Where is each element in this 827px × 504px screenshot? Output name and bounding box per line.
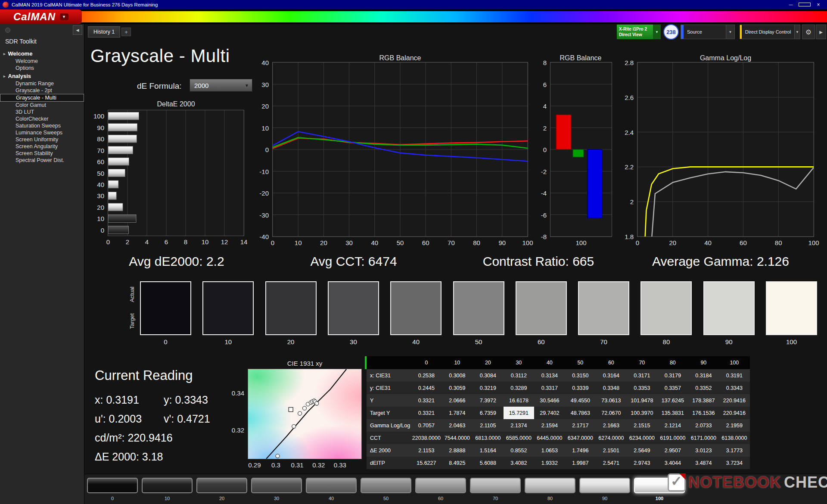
tab-history[interactable]: History 1 bbox=[88, 26, 120, 37]
row-label: CCT bbox=[367, 432, 411, 444]
sidebar-item-screen-stability[interactable]: Screen Stability bbox=[0, 150, 84, 157]
sidebar-item-3d-lut[interactable]: 3D LUT bbox=[0, 109, 84, 115]
table-cell: 0.3179 bbox=[657, 369, 688, 382]
pattern-button-label: 10 bbox=[142, 496, 193, 501]
grayscale-compare-band: Actual Target 0102030405060708090100 bbox=[0, 278, 827, 349]
pattern-button-0[interactable] bbox=[87, 478, 138, 493]
calman-logo[interactable]: CalMAN ▼ bbox=[0, 9, 82, 24]
tick-label: 60 bbox=[417, 239, 434, 246]
sidebar-item-luminance-sweeps[interactable]: Luminance Sweeps bbox=[0, 129, 84, 136]
reading-de2000: ΔE 2000: 3.18 bbox=[95, 451, 163, 463]
sidebar-item-welcome[interactable]: Welcome bbox=[0, 58, 84, 65]
table-cell: 220.9416 bbox=[719, 394, 750, 407]
table-cell: 1.9332 bbox=[534, 457, 565, 469]
sidebar-title: SDR Toolkit bbox=[0, 36, 84, 49]
tick-label: 0.32 bbox=[310, 461, 327, 469]
table-cell: 3.0123 bbox=[688, 444, 719, 457]
table-cell: 49.4550 bbox=[565, 394, 596, 407]
grayscale-swatch bbox=[453, 281, 504, 335]
pattern-button-60[interactable] bbox=[415, 478, 466, 493]
meter-dropdown[interactable]: X-Rite i1Pro 2 Direct View ▼ bbox=[617, 25, 661, 39]
pattern-button-80[interactable] bbox=[525, 478, 575, 493]
pattern-button-10[interactable] bbox=[142, 478, 193, 493]
swatch-target bbox=[579, 308, 628, 335]
table-cell: 0.2445 bbox=[411, 382, 442, 394]
grayscale-swatch bbox=[703, 281, 755, 335]
rgbbar-xlabels: 100 bbox=[550, 239, 612, 248]
table-cell: 6274.0000 bbox=[596, 432, 627, 444]
sidebar-item-options[interactable]: Options bbox=[0, 65, 84, 72]
table-cell: 2.1663 bbox=[596, 419, 627, 432]
tick-label: 20 bbox=[664, 239, 681, 246]
grayscale-swatch bbox=[640, 281, 692, 335]
workflow-dot-icon[interactable] bbox=[5, 28, 10, 33]
swatch-actual bbox=[454, 282, 504, 308]
table-cell: 101.9478 bbox=[627, 394, 658, 407]
column-header: 40 bbox=[534, 356, 565, 369]
tick-label: 0 bbox=[99, 238, 117, 246]
sidebar: ◀ SDR Toolkit ▸WelcomeWelcomeOptions▸Ana… bbox=[0, 24, 84, 504]
minimize-button[interactable]: ─ bbox=[785, 2, 797, 8]
pattern-button-50[interactable] bbox=[361, 478, 411, 493]
table-cell: 6.7359 bbox=[473, 407, 504, 419]
sidebar-collapse-button[interactable]: ◀ bbox=[73, 25, 82, 35]
sidebar-item-grayscale-2pt[interactable]: Grayscale - 2pt bbox=[0, 87, 84, 94]
tick-label: 40 bbox=[366, 239, 383, 246]
display-control-dropdown[interactable]: Direct Display Control ▼ bbox=[740, 25, 800, 39]
reading-luminance: cd/m²: 220.9416 bbox=[95, 432, 173, 444]
swatch-actual bbox=[391, 282, 441, 308]
sidebar-section: ▸Analysis bbox=[0, 72, 84, 80]
sidebar-section: ▸Welcome bbox=[0, 49, 84, 58]
pattern-button-90[interactable] bbox=[579, 478, 630, 493]
table-cell: 6445.0000 bbox=[534, 432, 565, 444]
sidebar-item-spectral-power-dist-[interactable]: Spectral Power Dist. bbox=[0, 157, 84, 164]
tick-label: 2 bbox=[119, 238, 136, 246]
swatch-target bbox=[266, 308, 316, 335]
maximize-button[interactable] bbox=[799, 2, 811, 8]
table-cell: 6813.0000 bbox=[473, 432, 504, 444]
close-button[interactable]: × bbox=[812, 2, 824, 8]
sidebar-item-colorchecker[interactable]: ColorChecker bbox=[0, 115, 84, 122]
reading-y: y: 0.3343 bbox=[164, 394, 208, 406]
source-dropdown[interactable]: Source ▼ bbox=[681, 25, 735, 39]
table-cell: 3.4874 bbox=[688, 457, 719, 469]
window-controls: ─ × bbox=[785, 2, 824, 8]
table-cell: 0.3339 bbox=[565, 382, 596, 394]
sidebar-item-screen-angularity[interactable]: Screen Angularity bbox=[0, 143, 84, 150]
gear-icon[interactable]: ⚙ bbox=[802, 25, 815, 39]
pattern-button-20[interactable] bbox=[196, 478, 247, 493]
chart-title: RGB Balance bbox=[546, 54, 615, 62]
de-formula-select[interactable]: 2000 ▼ bbox=[190, 79, 252, 92]
maximize-icon bbox=[799, 3, 811, 6]
rgbbar-ylabels: 86420-2-4-6-8 bbox=[538, 62, 549, 236]
pattern-button-70[interactable] bbox=[470, 478, 521, 493]
grayscale-swatch bbox=[516, 281, 567, 335]
section-label: Analysis bbox=[8, 73, 31, 79]
tick-label: 0.32 bbox=[232, 426, 244, 434]
table-cell: 0.3321 bbox=[411, 394, 442, 407]
swatch-target bbox=[454, 308, 504, 335]
deltae-xlabels: 02468101214 bbox=[108, 238, 244, 247]
sidebar-item-dynamic-range[interactable]: Dynamic Range bbox=[0, 80, 84, 87]
column-header: 50 bbox=[565, 356, 596, 369]
section-bullet-icon: ▸ bbox=[3, 74, 6, 78]
sidebar-item-saturation-sweeps[interactable]: Saturation Sweeps bbox=[0, 122, 84, 129]
ddc-label: Direct Display Control bbox=[742, 25, 794, 39]
pattern-button-40[interactable] bbox=[306, 478, 357, 493]
sidebar-item-color-gamut[interactable]: Color Gamut bbox=[0, 102, 84, 109]
add-tab-button[interactable]: + bbox=[121, 28, 131, 36]
column-header: 100 bbox=[719, 356, 750, 369]
pattern-button-30[interactable] bbox=[251, 478, 302, 493]
sidebar-item-grayscale-multi[interactable]: Grayscale - Multi bbox=[0, 94, 84, 102]
table-cell: 0.3084 bbox=[473, 369, 504, 382]
pattern-button-label: 60 bbox=[415, 496, 466, 501]
forward-arrow-icon[interactable]: ▶ bbox=[816, 25, 826, 39]
tick-label: 80 bbox=[770, 239, 787, 246]
sidebar-item-screen-uniformity[interactable]: Screen Uniformity bbox=[0, 136, 84, 143]
table-cell: 5.6088 bbox=[473, 457, 504, 469]
de-formula-label: dE Formula: bbox=[137, 81, 181, 91]
grayscale-swatch bbox=[328, 281, 379, 335]
pattern-button-label: 40 bbox=[306, 496, 357, 501]
tick-label: 14 bbox=[235, 238, 252, 246]
table-accent bbox=[365, 356, 367, 369]
